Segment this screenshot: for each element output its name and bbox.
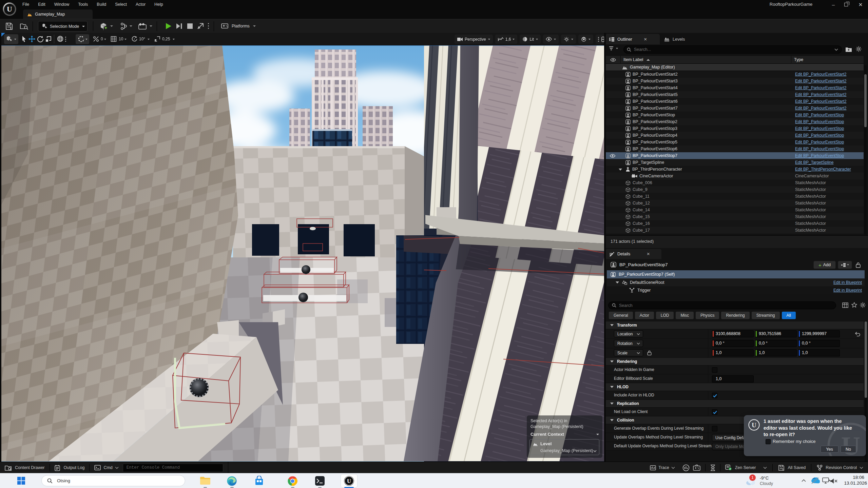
svg-text:U: U — [752, 422, 756, 429]
svg-text:U: U — [7, 5, 12, 13]
svg-text:U: U — [347, 478, 351, 484]
